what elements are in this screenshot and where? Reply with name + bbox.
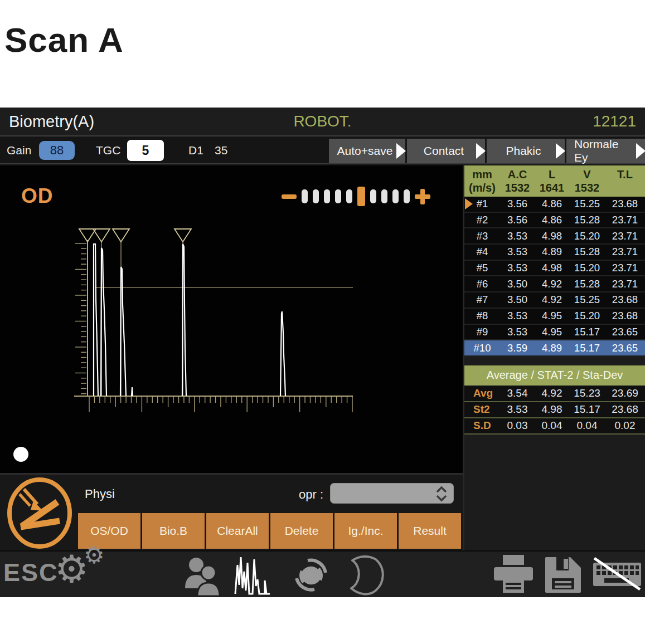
cell-tl: 23.71	[605, 214, 645, 226]
cell-l: 0.04	[535, 419, 569, 432]
biometry-app-window: Biometry(A) ROBOT. 12121 Gain 88 TGC 5 D…	[0, 108, 645, 597]
cell-ac: 3.53	[500, 326, 535, 338]
b-scan-eye-icon[interactable]	[290, 554, 332, 596]
cell-l: 4.95	[535, 310, 569, 322]
contact-button[interactable]: Contact	[407, 139, 485, 163]
cell-ac: 3.50	[500, 278, 535, 290]
cell-id: #3	[464, 230, 500, 242]
clear-all-button[interactable]: ClearAll	[206, 513, 269, 549]
eye-type-button[interactable]: Normale Ey	[566, 139, 645, 163]
phakic-label: Phakic	[506, 144, 541, 158]
col-v-speed: 1532	[569, 181, 605, 194]
contact-label: Contact	[424, 144, 464, 158]
col-l-speed: 1641	[535, 181, 569, 194]
cell-tl: 23.65	[605, 342, 645, 354]
col-v: V	[569, 168, 605, 181]
cell-id: #10	[464, 342, 500, 354]
stat-row-st2: St23.534.9815.1723.68	[464, 401, 645, 417]
current-row-marker-icon	[465, 198, 473, 209]
cell-ac: 0.03	[500, 419, 535, 432]
col-ac-speed: 1532	[500, 181, 535, 194]
cell-id: #9	[464, 326, 500, 338]
a-scan-waveform	[0, 165, 463, 473]
stat-row-avg: Avg3.544.9215.2323.69	[464, 385, 645, 401]
autosave-label: Auto+save	[337, 144, 393, 158]
cell-tl: 23.68	[605, 198, 645, 210]
cell-ac: 3.56	[500, 214, 535, 226]
mode-label: Physi	[85, 487, 115, 501]
contact-probe-icon	[6, 477, 74, 549]
result-button[interactable]: Result	[399, 513, 461, 549]
table-row[interactable]: #23.564.8615.2823.71	[464, 213, 645, 229]
cell-l: 4.92	[535, 294, 569, 306]
table-row[interactable]: #43.534.8915.2823.71	[464, 245, 645, 261]
opr-select[interactable]	[330, 483, 454, 504]
cell-tl: 23.65	[605, 326, 645, 338]
cell-tl: 0.02	[605, 419, 645, 432]
app-title: Biometry(A)	[9, 113, 293, 131]
a-scan-mode-icon[interactable]	[234, 554, 277, 596]
cell-ac: 3.56	[500, 198, 535, 210]
cell-v: 15.23	[569, 387, 605, 399]
delete-button[interactable]: Delete	[270, 513, 333, 549]
cell-tl: 23.71	[605, 230, 645, 242]
table-row[interactable]: #73.504.9215.2523.68	[464, 292, 645, 309]
cell-id: #8	[464, 310, 500, 322]
cell-ac: 3.53	[500, 246, 535, 258]
table-row-selected[interactable]: #103.594.8915.1723.65	[464, 340, 645, 357]
page-title: Scan A	[4, 20, 124, 60]
save-icon[interactable]	[542, 554, 584, 596]
lens-view-icon[interactable]	[342, 554, 387, 596]
delete-label: Delete	[285, 524, 319, 538]
cell-v: 15.28	[569, 278, 605, 290]
a-scan-display[interactable]: OD	[0, 165, 463, 473]
table-row[interactable]: #33.534.9815.2023.71	[464, 228, 645, 245]
eye-type-label: Normale Ey	[574, 138, 633, 164]
settings-toolbar: Gain 88 TGC 5 D1 35 Auto+save Contact Ph…	[0, 138, 645, 164]
d1-label: D1	[188, 144, 203, 157]
settings-gears-icon[interactable]: ⚙ ⚙	[55, 549, 110, 596]
table-row[interactable]: #13.564.8615.2523.68	[464, 197, 645, 213]
control-panel: Physi opr : OS/OD Bio.B ClearAll Delete …	[0, 473, 463, 550]
autosave-button[interactable]: Auto+save	[329, 139, 405, 163]
cell-v: 0.04	[569, 419, 605, 432]
os-od-label: OS/OD	[90, 524, 128, 538]
stat-label: S.D	[464, 419, 500, 432]
gate-markers[interactable]	[79, 229, 191, 242]
cell-tl: 23.71	[605, 262, 645, 274]
statistics-title: Average / STAT-2 / Sta-Dev	[464, 365, 645, 385]
clear-all-label: ClearAll	[217, 524, 258, 538]
print-icon[interactable]	[492, 554, 535, 595]
tgc-label: TGC	[96, 144, 120, 157]
probe-status-dot	[13, 447, 28, 462]
esc-button[interactable]: ESC	[3, 558, 59, 587]
cell-v: 15.28	[569, 246, 605, 258]
cell-ac: 3.54	[500, 387, 535, 399]
keyboard-disabled-icon[interactable]	[591, 554, 643, 593]
table-row[interactable]: #63.504.9215.2823.71	[464, 276, 645, 292]
col-l: L	[535, 168, 569, 181]
patients-icon[interactable]	[181, 554, 223, 596]
app-header: Biometry(A) ROBOT. 12121	[0, 108, 645, 136]
col-ms: (m/s)	[464, 181, 500, 194]
table-row[interactable]: #53.534.9815.2023.71	[464, 261, 645, 277]
phakic-button[interactable]: Phakic	[487, 139, 565, 163]
chevron-right-icon	[636, 143, 645, 159]
gain-value-badge[interactable]: 88	[39, 141, 75, 160]
chevron-right-icon	[556, 143, 565, 159]
cell-l: 4.95	[535, 326, 569, 338]
cell-id: #5	[464, 262, 500, 274]
cell-tl: 23.71	[605, 246, 645, 258]
cell-v: 15.20	[569, 310, 605, 322]
patient-name: ROBOT.	[293, 113, 351, 130]
tgc-input[interactable]: 5	[127, 140, 164, 161]
ignore-include-button[interactable]: Ig./Inc.	[334, 513, 397, 549]
cell-ac: 3.59	[500, 342, 535, 354]
cell-ac: 3.50	[500, 294, 535, 306]
statistics-block: Average / STAT-2 / Sta-Dev Avg3.544.9215…	[464, 365, 645, 435]
cell-l: 4.92	[535, 278, 569, 290]
bio-b-button[interactable]: Bio.B	[142, 513, 205, 549]
col-mm: mm	[464, 168, 500, 181]
table-row[interactable]: #93.534.9515.1723.65	[464, 325, 645, 341]
table-row[interactable]: #83.534.9515.2023.68	[464, 309, 645, 325]
